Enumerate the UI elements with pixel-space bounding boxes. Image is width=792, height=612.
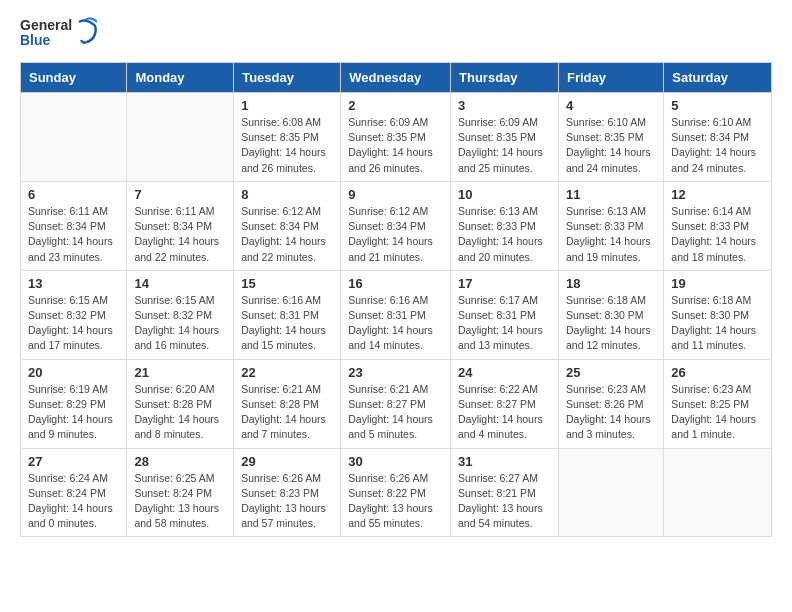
day-info-11: Sunrise: 6:13 AM Sunset: 8:33 PM Dayligh…: [566, 204, 656, 265]
week-row-5: 27Sunrise: 6:24 AM Sunset: 8:24 PM Dayli…: [21, 448, 772, 537]
day-number-16: 16: [348, 276, 443, 291]
day-info-16: Sunrise: 6:16 AM Sunset: 8:31 PM Dayligh…: [348, 293, 443, 354]
cell-3-6: 18Sunrise: 6:18 AM Sunset: 8:30 PM Dayli…: [558, 270, 663, 359]
header-monday: Monday: [127, 63, 234, 93]
day-info-9: Sunrise: 6:12 AM Sunset: 8:34 PM Dayligh…: [348, 204, 443, 265]
day-number-11: 11: [566, 187, 656, 202]
day-number-3: 3: [458, 98, 551, 113]
cell-5-5: 31Sunrise: 6:27 AM Sunset: 8:21 PM Dayli…: [451, 448, 559, 537]
day-number-13: 13: [28, 276, 119, 291]
day-number-9: 9: [348, 187, 443, 202]
day-info-17: Sunrise: 6:17 AM Sunset: 8:31 PM Dayligh…: [458, 293, 551, 354]
logo-text: General Blue: [20, 16, 97, 50]
day-info-20: Sunrise: 6:19 AM Sunset: 8:29 PM Dayligh…: [28, 382, 119, 443]
cell-1-7: 5Sunrise: 6:10 AM Sunset: 8:34 PM Daylig…: [664, 93, 772, 182]
cell-5-1: 27Sunrise: 6:24 AM Sunset: 8:24 PM Dayli…: [21, 448, 127, 537]
day-number-20: 20: [28, 365, 119, 380]
cell-5-7: [664, 448, 772, 537]
day-info-22: Sunrise: 6:21 AM Sunset: 8:28 PM Dayligh…: [241, 382, 333, 443]
day-number-15: 15: [241, 276, 333, 291]
cell-3-1: 13Sunrise: 6:15 AM Sunset: 8:32 PM Dayli…: [21, 270, 127, 359]
header-wednesday: Wednesday: [341, 63, 451, 93]
day-info-12: Sunrise: 6:14 AM Sunset: 8:33 PM Dayligh…: [671, 204, 764, 265]
day-number-26: 26: [671, 365, 764, 380]
cell-4-2: 21Sunrise: 6:20 AM Sunset: 8:28 PM Dayli…: [127, 359, 234, 448]
day-number-6: 6: [28, 187, 119, 202]
day-number-4: 4: [566, 98, 656, 113]
day-number-17: 17: [458, 276, 551, 291]
day-info-28: Sunrise: 6:25 AM Sunset: 8:24 PM Dayligh…: [134, 471, 226, 532]
cell-3-2: 14Sunrise: 6:15 AM Sunset: 8:32 PM Dayli…: [127, 270, 234, 359]
cell-1-3: 1Sunrise: 6:08 AM Sunset: 8:35 PM Daylig…: [234, 93, 341, 182]
day-info-4: Sunrise: 6:10 AM Sunset: 8:35 PM Dayligh…: [566, 115, 656, 176]
day-info-1: Sunrise: 6:08 AM Sunset: 8:35 PM Dayligh…: [241, 115, 333, 176]
header-friday: Friday: [558, 63, 663, 93]
day-info-7: Sunrise: 6:11 AM Sunset: 8:34 PM Dayligh…: [134, 204, 226, 265]
cell-1-4: 2Sunrise: 6:09 AM Sunset: 8:35 PM Daylig…: [341, 93, 451, 182]
day-number-14: 14: [134, 276, 226, 291]
cell-4-7: 26Sunrise: 6:23 AM Sunset: 8:25 PM Dayli…: [664, 359, 772, 448]
day-info-8: Sunrise: 6:12 AM Sunset: 8:34 PM Dayligh…: [241, 204, 333, 265]
cell-2-5: 10Sunrise: 6:13 AM Sunset: 8:33 PM Dayli…: [451, 181, 559, 270]
logo-wave-icon: [75, 16, 97, 50]
logo-general: General: [20, 18, 72, 33]
day-info-30: Sunrise: 6:26 AM Sunset: 8:22 PM Dayligh…: [348, 471, 443, 532]
cell-2-3: 8Sunrise: 6:12 AM Sunset: 8:34 PM Daylig…: [234, 181, 341, 270]
cell-3-4: 16Sunrise: 6:16 AM Sunset: 8:31 PM Dayli…: [341, 270, 451, 359]
cell-2-1: 6Sunrise: 6:11 AM Sunset: 8:34 PM Daylig…: [21, 181, 127, 270]
calendar-header-row: SundayMondayTuesdayWednesdayThursdayFrid…: [21, 63, 772, 93]
cell-3-5: 17Sunrise: 6:17 AM Sunset: 8:31 PM Dayli…: [451, 270, 559, 359]
week-row-2: 6Sunrise: 6:11 AM Sunset: 8:34 PM Daylig…: [21, 181, 772, 270]
day-number-5: 5: [671, 98, 764, 113]
cell-1-6: 4Sunrise: 6:10 AM Sunset: 8:35 PM Daylig…: [558, 93, 663, 182]
logo: General Blue: [20, 16, 97, 50]
header-tuesday: Tuesday: [234, 63, 341, 93]
day-info-3: Sunrise: 6:09 AM Sunset: 8:35 PM Dayligh…: [458, 115, 551, 176]
cell-3-7: 19Sunrise: 6:18 AM Sunset: 8:30 PM Dayli…: [664, 270, 772, 359]
cell-2-4: 9Sunrise: 6:12 AM Sunset: 8:34 PM Daylig…: [341, 181, 451, 270]
week-row-1: 1Sunrise: 6:08 AM Sunset: 8:35 PM Daylig…: [21, 93, 772, 182]
day-info-26: Sunrise: 6:23 AM Sunset: 8:25 PM Dayligh…: [671, 382, 764, 443]
cell-5-2: 28Sunrise: 6:25 AM Sunset: 8:24 PM Dayli…: [127, 448, 234, 537]
day-number-8: 8: [241, 187, 333, 202]
day-number-19: 19: [671, 276, 764, 291]
day-info-24: Sunrise: 6:22 AM Sunset: 8:27 PM Dayligh…: [458, 382, 551, 443]
cell-1-2: [127, 93, 234, 182]
cell-2-6: 11Sunrise: 6:13 AM Sunset: 8:33 PM Dayli…: [558, 181, 663, 270]
day-info-6: Sunrise: 6:11 AM Sunset: 8:34 PM Dayligh…: [28, 204, 119, 265]
cell-4-3: 22Sunrise: 6:21 AM Sunset: 8:28 PM Dayli…: [234, 359, 341, 448]
cell-5-4: 30Sunrise: 6:26 AM Sunset: 8:22 PM Dayli…: [341, 448, 451, 537]
day-info-10: Sunrise: 6:13 AM Sunset: 8:33 PM Dayligh…: [458, 204, 551, 265]
logo-blue: Blue: [20, 33, 72, 48]
day-info-2: Sunrise: 6:09 AM Sunset: 8:35 PM Dayligh…: [348, 115, 443, 176]
day-info-14: Sunrise: 6:15 AM Sunset: 8:32 PM Dayligh…: [134, 293, 226, 354]
cell-4-5: 24Sunrise: 6:22 AM Sunset: 8:27 PM Dayli…: [451, 359, 559, 448]
cell-5-6: [558, 448, 663, 537]
day-number-23: 23: [348, 365, 443, 380]
day-number-25: 25: [566, 365, 656, 380]
day-number-27: 27: [28, 454, 119, 469]
cell-2-2: 7Sunrise: 6:11 AM Sunset: 8:34 PM Daylig…: [127, 181, 234, 270]
header-sunday: Sunday: [21, 63, 127, 93]
day-number-29: 29: [241, 454, 333, 469]
day-info-23: Sunrise: 6:21 AM Sunset: 8:27 PM Dayligh…: [348, 382, 443, 443]
day-info-21: Sunrise: 6:20 AM Sunset: 8:28 PM Dayligh…: [134, 382, 226, 443]
day-info-18: Sunrise: 6:18 AM Sunset: 8:30 PM Dayligh…: [566, 293, 656, 354]
day-info-13: Sunrise: 6:15 AM Sunset: 8:32 PM Dayligh…: [28, 293, 119, 354]
cell-1-5: 3Sunrise: 6:09 AM Sunset: 8:35 PM Daylig…: [451, 93, 559, 182]
header-thursday: Thursday: [451, 63, 559, 93]
day-number-2: 2: [348, 98, 443, 113]
day-info-31: Sunrise: 6:27 AM Sunset: 8:21 PM Dayligh…: [458, 471, 551, 532]
cell-4-6: 25Sunrise: 6:23 AM Sunset: 8:26 PM Dayli…: [558, 359, 663, 448]
day-number-24: 24: [458, 365, 551, 380]
cell-2-7: 12Sunrise: 6:14 AM Sunset: 8:33 PM Dayli…: [664, 181, 772, 270]
day-info-29: Sunrise: 6:26 AM Sunset: 8:23 PM Dayligh…: [241, 471, 333, 532]
week-row-4: 20Sunrise: 6:19 AM Sunset: 8:29 PM Dayli…: [21, 359, 772, 448]
day-info-25: Sunrise: 6:23 AM Sunset: 8:26 PM Dayligh…: [566, 382, 656, 443]
cell-1-1: [21, 93, 127, 182]
day-info-5: Sunrise: 6:10 AM Sunset: 8:34 PM Dayligh…: [671, 115, 764, 176]
day-number-18: 18: [566, 276, 656, 291]
day-number-31: 31: [458, 454, 551, 469]
week-row-3: 13Sunrise: 6:15 AM Sunset: 8:32 PM Dayli…: [21, 270, 772, 359]
header: General Blue: [20, 16, 772, 50]
